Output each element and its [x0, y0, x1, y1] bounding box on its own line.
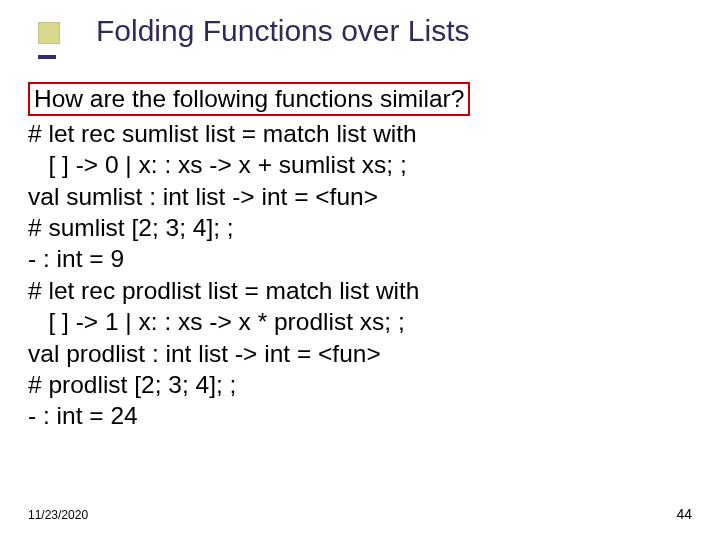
code-line: [ ] -> 0 | x: : xs -> x + sumlist xs; ;	[28, 149, 692, 180]
code-line: - : int = 9	[28, 243, 692, 274]
question-text: How are the following functions similar?	[34, 85, 464, 113]
code-line: # let rec prodlist list = match list wit…	[28, 275, 692, 306]
code-line: # prodlist [2; 3; 4]; ;	[28, 369, 692, 400]
title-underline	[38, 55, 56, 59]
code-line: val sumlist : int list -> int = <fun>	[28, 181, 692, 212]
slide-title: Folding Functions over Lists	[96, 14, 470, 48]
code-line: - : int = 24	[28, 400, 692, 431]
code-line: # let rec sumlist list = match list with	[28, 118, 692, 149]
question-highlight: How are the following functions similar?	[28, 82, 470, 116]
code-line: val prodlist : int list -> int = <fun>	[28, 338, 692, 369]
code-line: # sumlist [2; 3; 4]; ;	[28, 212, 692, 243]
footer-date: 11/23/2020	[28, 508, 88, 522]
code-line: [ ] -> 1 | x: : xs -> x * prodlist xs; ;	[28, 306, 692, 337]
title-area: Folding Functions over Lists	[0, 0, 720, 32]
title-accent-box	[38, 22, 60, 44]
content-area: How are the following functions similar?…	[28, 82, 692, 432]
footer-page-number: 44	[676, 506, 692, 522]
